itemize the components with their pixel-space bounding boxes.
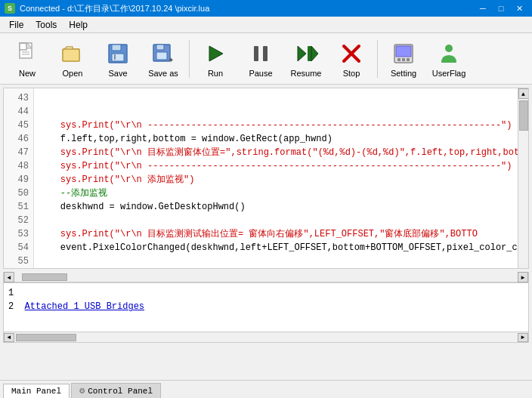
code-line: f.left,top,right,bottom = window.GetRect… [39,132,513,146]
setting-label: Setting [391,69,416,78]
svg-rect-15 [254,46,258,61]
code-line: sys.Print("\r\n ------------------------… [39,159,513,173]
open-label: Open [63,69,83,78]
svg-rect-11 [156,45,164,50]
menu-tools[interactable]: Tools [29,18,63,32]
run-icon [202,40,229,67]
line-num: 50 [8,187,29,200]
line-num: 48 [8,159,29,173]
svg-marker-19 [311,46,318,61]
close-button[interactable]: ✕ [511,2,527,15]
svg-rect-1 [20,43,26,50]
code-line [39,214,513,227]
line-num: 45 [8,119,29,132]
save-icon [104,40,131,67]
pause-button[interactable]: Pause [240,36,282,82]
line-num: 52 [8,214,29,227]
scroll-left-arrow[interactable]: ◄ [4,272,14,282]
pause-icon [247,40,274,67]
output-scrollbar-horizontal[interactable]: ◄ ► [4,332,528,342]
run-button[interactable]: Run [194,36,237,82]
output-scroll-left[interactable]: ◄ [4,333,14,342]
scroll-thumb[interactable] [519,100,528,131]
output-line: 2 Attached 1 USB Bridges [8,300,524,313]
line-num: 54 [8,241,29,255]
output-link[interactable]: Attached 1 USB Bridges [25,301,144,312]
code-editor[interactable]: sys.Print("\r\n ------------------------… [34,88,518,268]
svg-rect-12 [156,52,167,60]
userflag-button[interactable]: UserFlag [428,36,470,82]
svg-rect-7 [112,45,121,51]
resume-label: Resume [291,69,322,78]
separator-1 [189,40,190,78]
stop-label: Stop [343,69,360,78]
code-line: sys.Print("\r\n 目标监测测试输出位置= 窗体向右偏移",LEFT… [39,227,513,241]
line-num: 55 [8,255,29,268]
main-layout: 43 44 45 46 47 48 49 50 51 52 53 54 55 5… [0,85,532,398]
separator-2 [377,40,378,78]
menu-help[interactable]: Help [63,18,94,32]
toolbar: New Open Save ✦ [0,33,532,85]
code-line: deskhwnd = window.GetDesktopHwnd() [39,200,513,214]
editor-scrollbar-vertical[interactable]: ▲ [518,88,528,268]
open-button[interactable]: Open [51,36,94,82]
setting-button[interactable]: Setting [382,36,425,82]
scroll-right-arrow[interactable]: ► [518,272,528,282]
tab-main-panel[interactable]: Main Panel [3,384,70,398]
new-button[interactable]: New [6,36,48,82]
tab-control-panel-label: Control Panel [88,387,153,396]
code-line: sys.Print("\r\n 添加监视") [39,173,513,187]
output-line: 1 [8,286,524,300]
output-container: 1 2 Attached 1 USB Bridges ◄ ► [3,282,529,343]
new-label: New [19,69,36,78]
editor-scrollbar-horizontal[interactable]: ◄ ► [3,272,529,282]
tab-main-panel-label: Main Panel [11,387,61,396]
svg-rect-25 [402,58,405,61]
tab-control-panel[interactable]: ⚙ Control Panel [71,383,161,398]
tab-bar: Main Panel ⚙ Control Panel [0,380,532,398]
code-line: sys.Print("\r\n 目标监测窗体位置=",string.format… [39,146,513,159]
svg-rect-18 [308,46,311,61]
code-line [39,105,513,119]
title-bar: S Connected - d:\工作目录\工作\2017.10.24 \pix… [0,0,532,17]
svg-rect-26 [407,58,410,61]
scroll-up-arrow[interactable]: ▲ [518,88,529,99]
maximize-button[interactable]: □ [493,2,509,15]
resume-icon [292,40,320,67]
window-controls: ─ □ ✕ [475,2,527,15]
save-as-icon: ✦ [150,40,177,67]
svg-marker-14 [209,46,223,61]
line-num: 44 [8,105,29,119]
menu-file[interactable]: File [3,18,29,32]
save-as-button[interactable]: ✦ Save as [142,36,184,82]
line-num: 53 [8,227,29,241]
editor-container: 43 44 45 46 47 48 49 50 51 52 53 54 55 5… [3,88,529,269]
svg-marker-17 [298,46,306,61]
line-numbers: 43 44 45 46 47 48 49 50 51 52 53 54 55 5… [4,88,34,268]
minimize-button[interactable]: ─ [475,2,491,15]
code-line: sys.Print("\r\n ------------------------… [39,119,513,132]
svg-rect-23 [396,46,411,57]
open-icon [59,40,86,67]
svg-rect-8 [112,54,124,61]
gear-icon: ⚙ [79,385,85,396]
resume-button[interactable]: Resume [285,36,327,82]
save-label: Save [108,69,127,78]
new-icon [14,40,41,67]
scroll-thumb-h[interactable] [22,273,67,281]
userflag-label: UserFlag [432,69,466,78]
svg-rect-24 [397,58,401,61]
window-title: Connected - d:\工作目录\工作\2017.10.24 \pixci… [20,3,475,14]
save-button[interactable]: Save [97,36,139,82]
output-content: 1 2 Attached 1 USB Bridges [4,283,528,332]
stop-button[interactable]: Stop [330,36,373,82]
save-as-label: Save as [148,69,178,78]
svg-point-27 [445,45,453,52]
output-scroll-right[interactable]: ► [518,333,528,342]
line-num: 47 [8,146,29,159]
output-scroll-thumb[interactable] [16,334,76,341]
app-icon: S [5,3,15,14]
code-line: --添加监视 [39,187,513,200]
setting-icon [390,40,417,67]
pause-label: Pause [249,69,272,78]
